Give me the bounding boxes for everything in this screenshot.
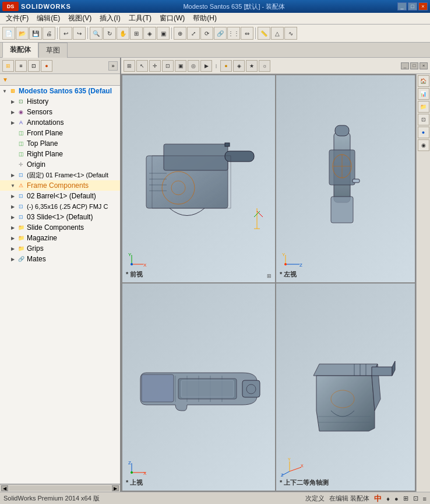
pan-btn[interactable]: ✋ (117, 27, 129, 40)
tree-history[interactable]: ▶ ⊡ History (0, 96, 120, 107)
tree-mates[interactable]: ▶ 🔗 Mates (0, 254, 120, 264)
rotate-btn[interactable]: ↻ (103, 27, 116, 40)
status-lang[interactable]: 中 (374, 494, 382, 504)
display-btn[interactable]: ◈ (143, 27, 156, 40)
section-btn[interactable]: ▣ (157, 27, 170, 40)
save-button[interactable]: 💾 (29, 27, 42, 40)
view-zoom2-btn[interactable]: ◎ (188, 60, 199, 72)
sidebar-feature-tab[interactable]: ⊞ (2, 60, 14, 72)
status-icon-4[interactable]: ⊡ (413, 495, 418, 502)
status-icon-2[interactable]: ● (394, 495, 399, 502)
view-color-btn[interactable]: ● (220, 60, 232, 72)
tree-01frame[interactable]: ▶ ⊡ (固定) 01 Frame<1> (Default (0, 170, 120, 180)
tree-sensors[interactable]: ▶ ◉ Sensors (0, 107, 120, 117)
svg-text:Y: Y (288, 457, 291, 461)
status-app-name: SolidWorks Premium 2014 x64 版 (3, 494, 301, 503)
tree-02barrel[interactable]: ▶ ⊡ 02 Barrel<1> (Default) (0, 191, 120, 201)
rt-color2-btn[interactable]: ● (418, 127, 429, 138)
view-orient-btn[interactable]: ⊞ (124, 60, 135, 72)
close-button[interactable]: × (418, 2, 428, 10)
tree-right-plane[interactable]: ◫ Right Plane (0, 149, 120, 159)
sidebar-property-tab[interactable]: ≡ (15, 60, 27, 72)
menu-insert[interactable]: 插入(I) (96, 12, 124, 24)
tab-assembly[interactable]: 装配体 (2, 42, 38, 58)
redo-button[interactable]: ↪ (73, 27, 86, 40)
vp-min-btn[interactable]: _ (401, 62, 409, 69)
menu-file[interactable]: 文件(F) (2, 12, 32, 24)
print-button[interactable]: 🖨 (43, 27, 55, 40)
sidebar-config-tab[interactable]: ⊡ (28, 60, 40, 72)
maximize-button[interactable]: □ (408, 2, 417, 10)
rt-chart-btn[interactable]: 📊 (418, 88, 429, 100)
view-light-btn[interactable]: ★ (246, 60, 258, 72)
annotations-label: Annotations (27, 118, 64, 127)
viewport-left[interactable]: Y Z * 左视 (276, 75, 415, 282)
tree-03slide[interactable]: ▶ ⊡ 03 Slide<1> (Default) (0, 212, 120, 222)
view-section2-btn[interactable]: ▣ (175, 60, 186, 72)
pattern-btn[interactable]: ⋮⋮ (227, 27, 240, 40)
menu-help[interactable]: 帮助(H) (189, 12, 220, 24)
svg-text:X: X (143, 471, 147, 476)
sidebar-scrollbar[interactable]: ◀ ▶ (0, 484, 120, 492)
menu-view[interactable]: 视图(V) (65, 12, 95, 24)
viewport-top[interactable]: X Z * 上视 (122, 284, 275, 491)
orient-btn[interactable]: ⊞ (130, 27, 143, 40)
rt-folder-btn[interactable]: 📁 (418, 101, 429, 113)
tree-root[interactable]: ▼ ⊞ Modesto Santos 635 (Defaul (0, 86, 120, 96)
rt-orient2-btn[interactable]: ◉ (418, 139, 429, 151)
ref-geom-btn[interactable]: △ (271, 27, 284, 40)
minimize-button[interactable]: _ (397, 2, 407, 10)
curve-btn[interactable]: ∿ (284, 27, 297, 40)
origin-icon: ✛ (16, 160, 26, 169)
tree-front-plane[interactable]: ◫ Front Plane (0, 128, 120, 138)
move-comp-btn[interactable]: ⤢ (187, 27, 200, 40)
view-cursor-btn[interactable]: ↖ (136, 60, 148, 72)
new-button[interactable]: 📄 (2, 27, 15, 40)
sidebar-header: ⊞ ≡ ⊡ ● » (0, 58, 120, 74)
measure-btn[interactable]: 📏 (258, 27, 270, 40)
insert-comp-btn[interactable]: ⊕ (174, 27, 186, 40)
tab-sketch[interactable]: 草图 (38, 43, 68, 58)
menu-window[interactable]: 窗口(W) (156, 12, 188, 24)
toolbar-group-measure: 📏 △ ∿ (258, 27, 297, 40)
rotate-comp-btn[interactable]: ⟳ (200, 27, 213, 40)
view-snap-btn[interactable]: ✛ (149, 60, 161, 72)
tree-top-plane[interactable]: ◫ Top Plane (0, 138, 120, 149)
tree-annotations[interactable]: ▶ A Annotations (0, 117, 120, 128)
mirror-btn[interactable]: ⇔ (241, 27, 253, 40)
rt-view-btn[interactable]: ⊡ (418, 114, 429, 125)
status-icon-1[interactable]: ♦ (386, 495, 390, 502)
view-ambient-btn[interactable]: ☼ (259, 60, 270, 72)
tree-frame-components[interactable]: ▼ ⚠ Frame Components (0, 180, 120, 191)
scroll-left-btn[interactable]: ◀ (1, 485, 8, 491)
tree-origin[interactable]: ✛ Origin (0, 159, 120, 170)
view-display2-btn[interactable]: ⊡ (162, 60, 174, 72)
sidebar-color-tab[interactable]: ● (41, 60, 52, 72)
scroll-right-btn[interactable]: ▶ (112, 485, 119, 491)
mate-btn[interactable]: 🔗 (214, 27, 227, 40)
menu-tools[interactable]: 工具(T) (125, 12, 155, 24)
view-more-btn[interactable]: ▶ (200, 60, 212, 72)
view-shading-btn[interactable]: ◈ (233, 60, 245, 72)
tree-635bullet[interactable]: ▶ ⊡ (-) 6,35x16 (.25 ACP) FMJ C (0, 201, 120, 212)
menu-edit[interactable]: 编辑(E) (33, 12, 64, 24)
undo-button[interactable]: ↩ (59, 27, 72, 40)
status-icon-5[interactable]: ≡ (423, 495, 427, 502)
open-button[interactable]: 📂 (16, 27, 29, 40)
tree-slide-components[interactable]: ▶ 📁 Slide Components (0, 222, 120, 233)
iso-axes: X Y Z (281, 457, 307, 479)
rt-home-btn[interactable]: 🏠 (418, 75, 429, 87)
status-icon-3[interactable]: ⊞ (403, 495, 408, 502)
sidebar-expand-btn[interactable]: » (108, 61, 118, 71)
viewport-iso[interactable]: X Y Z * 上下二等角轴测 (276, 284, 415, 491)
viewport-front[interactable]: X Y * 前视 ⊞ (122, 75, 275, 282)
tree-magazine[interactable]: ▶ 📁 Magazine (0, 233, 120, 243)
viewport-wrapper: ⊞ ↖ ✛ ⊡ ▣ ◎ ▶ | ● ◈ ★ ☼ _ □ × 🏠 📊 📁 (121, 58, 430, 492)
toolbar-sep-3 (171, 27, 172, 39)
tree-grips[interactable]: ▶ 📁 Grips (0, 243, 120, 254)
vp-max-btn[interactable]: □ (410, 62, 418, 69)
vp-close-btn[interactable]: × (420, 62, 428, 69)
toolbar-group-view: 🔍 ↻ ✋ ⊞ ◈ ▣ (90, 27, 170, 40)
svg-rect-32 (242, 380, 260, 397)
zoom-btn[interactable]: 🔍 (90, 27, 103, 40)
